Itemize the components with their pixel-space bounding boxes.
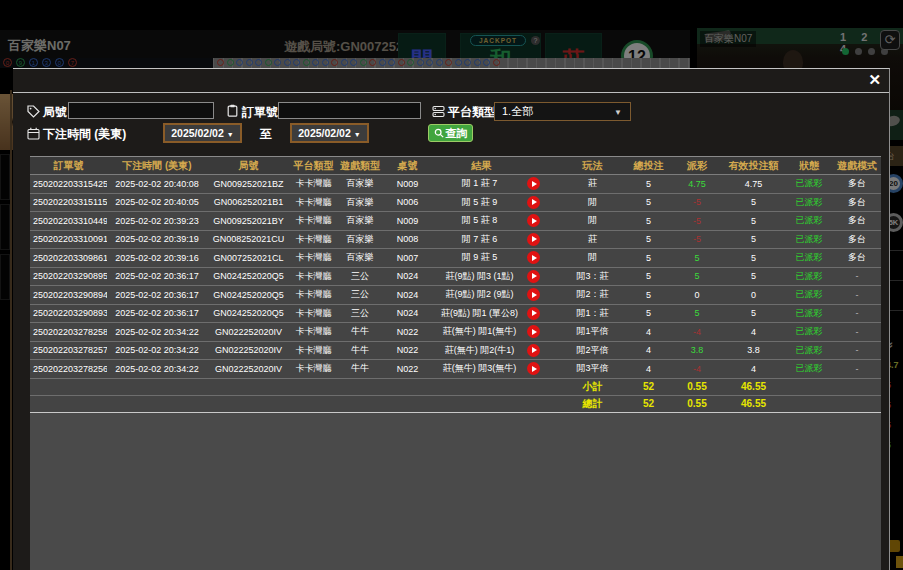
chevron-down-icon: ▼ — [354, 131, 361, 138]
table-row: 2502022033100912025-02-02 20:39:19GN0082… — [30, 231, 881, 250]
status-cell: 已派彩 — [785, 268, 833, 286]
order-no-input[interactable] — [278, 102, 421, 119]
table-row: 2502022032782562025-02-02 20:34:22GN0222… — [30, 360, 881, 379]
platform-cell: 卡卡灣廳 — [290, 249, 337, 267]
summary-payout: 0.55 — [672, 396, 722, 412]
search-button[interactable]: 查詢 — [428, 124, 473, 142]
replay-button[interactable] — [527, 362, 540, 375]
result-cell: 莊(無牛) 閒2(牛1) — [432, 342, 560, 360]
empty-cell — [432, 396, 560, 412]
payout-cell: 5 — [672, 249, 722, 267]
round-no-cell: GN022252020IV — [207, 342, 290, 360]
close-icon[interactable]: ✕ — [868, 72, 881, 88]
order-no-cell: 250202203290895 — [30, 268, 107, 286]
play-method-cell: 閒1：莊 — [560, 305, 625, 323]
clipboard-icon — [226, 104, 239, 117]
round-no-input[interactable] — [68, 102, 214, 119]
payout-cell: 3.8 — [672, 342, 722, 360]
replay-button[interactable] — [527, 214, 540, 227]
table-row: 2502022033104492025-02-02 20:39:23GN0092… — [30, 212, 881, 231]
platform-cell: 卡卡灣廳 — [290, 231, 337, 249]
play-icon — [532, 181, 537, 187]
date-from-picker[interactable]: 2025/02/02▼ — [163, 123, 242, 143]
replay-button[interactable] — [527, 288, 540, 301]
payout-cell: 0 — [672, 286, 722, 304]
order-no-cell: 250202203290894 — [30, 286, 107, 304]
play-method-cell: 閒 — [560, 194, 625, 212]
replay-button[interactable] — [527, 344, 540, 357]
result-cell: 莊(9點) 閒2 (9點) — [432, 286, 560, 304]
game-type-cell: 三公 — [337, 268, 383, 286]
replay-button[interactable] — [527, 177, 540, 190]
table-no-cell: N024 — [383, 268, 432, 286]
bet-time-cell: 2025-02-02 20:34:22 — [107, 342, 207, 360]
result-text: 莊(9點) 閒2 (9點) — [432, 288, 527, 301]
round-no-cell: GN024252020Q5 — [207, 268, 290, 286]
play-method-cell: 莊 — [560, 175, 625, 193]
mode-cell: - — [833, 323, 881, 341]
chevron-down-icon: ▼ — [227, 131, 234, 138]
mode-cell: - — [833, 342, 881, 360]
valid-bet-cell: 4.75 — [722, 175, 785, 193]
platform-cell: 卡卡灣廳 — [290, 175, 337, 193]
valid-bet-cell: 5 — [722, 231, 785, 249]
empty-cell — [432, 379, 560, 395]
result-cell: 莊(9點) 閒3 (1點) — [432, 268, 560, 286]
empty-cell — [785, 396, 833, 412]
play-icon — [532, 329, 537, 335]
platform-type-select[interactable]: 1.全部 ▼ — [494, 102, 631, 121]
replay-button[interactable] — [527, 196, 540, 209]
col-header: 遊戲類型 — [337, 157, 383, 174]
result-text: 閒 9 莊 5 — [432, 251, 527, 264]
table-row: 2502022032782582025-02-02 20:34:22GN0222… — [30, 323, 881, 342]
result-cell: 莊(無牛) 閒1(無牛) — [432, 323, 560, 341]
result-text: 莊(無牛) 閒2(牛1) — [432, 344, 527, 357]
screen: 百家樂N07 遊戲局號:GN007252021CO 閒 和 莊 JACKPOT … — [0, 0, 903, 570]
play-method-cell: 閒1平倍 — [560, 323, 625, 341]
play-icon — [532, 310, 537, 316]
game-type-cell: 牛牛 — [337, 342, 383, 360]
col-header: 狀態 — [785, 157, 833, 174]
bet-time-cell: 2025-02-02 20:39:16 — [107, 249, 207, 267]
result-text: 閒 5 莊 8 — [432, 214, 527, 227]
payout-cell: -4 — [672, 360, 722, 378]
status-cell: 已派彩 — [785, 323, 833, 341]
bet-history-modal: ✕ 局號 訂單號 平台類型 1.全部 ▼ — [13, 68, 890, 570]
valid-bet-cell: 5 — [722, 305, 785, 323]
date-from-value: 2025/02/02 — [171, 127, 224, 139]
replay-button[interactable] — [527, 307, 540, 320]
replay-button[interactable] — [527, 251, 540, 264]
round-no-cell: GN009252021BZ — [207, 175, 290, 193]
mode-cell: 多台 — [833, 212, 881, 230]
total-bet-cell: 5 — [625, 249, 672, 267]
empty-cell — [833, 396, 881, 412]
round-no-cell: GN022252020IV — [207, 360, 290, 378]
replay-button[interactable] — [527, 270, 540, 283]
table-no-cell: N009 — [383, 212, 432, 230]
bet-time-cell: 2025-02-02 20:34:22 — [107, 323, 207, 341]
platform-list-icon — [432, 105, 445, 118]
play-method-cell: 閒 — [560, 249, 625, 267]
platform-cell: 卡卡灣廳 — [290, 286, 337, 304]
payout-cell: 5 — [672, 268, 722, 286]
valid-bet-cell: 5 — [722, 268, 785, 286]
bet-time-cell: 2025-02-02 20:34:22 — [107, 360, 207, 378]
empty-cell — [107, 379, 207, 395]
date-to-picker[interactable]: 2025/02/02▼ — [290, 123, 369, 143]
status-cell: 已派彩 — [785, 194, 833, 212]
summary-valid-bet: 46.55 — [722, 379, 785, 395]
bet-time-cell: 2025-02-02 20:39:19 — [107, 231, 207, 249]
platform-cell: 卡卡灣廳 — [290, 212, 337, 230]
mode-cell: 多台 — [833, 249, 881, 267]
replay-button[interactable] — [527, 233, 540, 246]
bet-time-cell: 2025-02-02 20:36:17 — [107, 286, 207, 304]
game-type-cell: 三公 — [337, 286, 383, 304]
valid-bet-cell: 3.8 — [722, 342, 785, 360]
round-no-cell: GN024252020Q5 — [207, 286, 290, 304]
play-method-cell: 閒2平倍 — [560, 342, 625, 360]
result-cell: 閒 1 莊 7 — [432, 175, 560, 193]
subtotal-row: 小計520.5546.55 — [30, 379, 881, 396]
col-header: 局號 — [207, 157, 290, 174]
replay-button[interactable] — [527, 325, 540, 338]
empty-cell — [207, 396, 290, 412]
